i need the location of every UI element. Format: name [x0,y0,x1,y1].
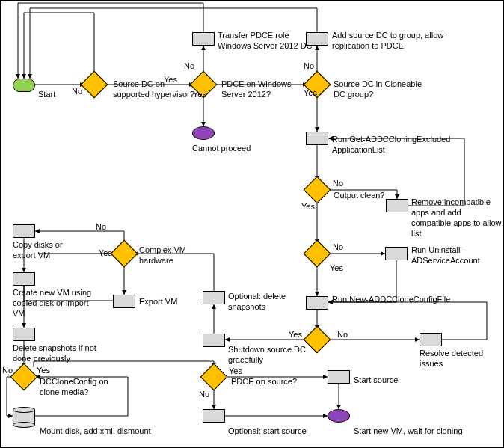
process-start-source [328,370,350,384]
process-optional-start [203,409,225,423]
yes-label-2: Yes [193,89,206,99]
start-node [13,79,35,92]
terminator-cannot-proceed [192,126,215,140]
yes-label-5: Yes [330,263,343,273]
start-label: Start [38,89,61,99]
decision-uninstall [304,240,331,268]
decision-pdce-source [200,363,228,391]
no-label-3: No [304,61,314,71]
uninstall-label: Run Uninstall-ADServiceAccount [411,245,504,266]
cannot-proceed-label: Cannot proceed [192,143,267,153]
yes-label-8: Yes [37,365,50,375]
process-remove-apps [386,199,408,212]
no-label-2: No [184,61,194,71]
data-mount-disk [13,409,35,426]
pdce-label: PDCE on Windows Server 2012? [221,79,304,99]
decision-dccloneconfig [10,363,38,391]
shutdown-label: Shutdown source DC gracefully [228,344,318,365]
decision-complex-vm [111,240,138,268]
decision-hypervisor [81,71,108,99]
yes-label-3: Yes [304,88,317,98]
optsnap-label: Optional: delete snapshots [228,291,310,312]
no-label-7: No [96,221,106,232]
addsource-label: Add source DC to group, allow replicatio… [332,30,444,51]
process-add-source [306,32,328,46]
yes-label-6: Yes [289,329,302,340]
process-export-vm [113,295,135,308]
resolve-label: Resolve detected issues [420,348,502,369]
process-copy-disks [13,224,35,238]
no-label-5: No [333,242,343,252]
optstart-label: Optional: start source [228,426,325,436]
createvm-label: Create new VM using copied disk or impor… [13,287,95,319]
transfer-label: Transfer PDCE role Windows Server 2012 D… [218,30,315,51]
startsrc-label: Start source [354,375,414,385]
process-transfer-pdce [192,32,215,46]
pdcesrc-label: PDCE on source? [231,376,313,387]
yes-label-4: Yes [301,201,315,212]
yes-label: Yes [164,74,177,85]
dccloneconfig-label: DCCloneConfig on clone media? [40,376,122,397]
no-label-8: No [2,365,13,375]
process-run-uninstall [385,247,408,260]
yes-label-7: Yes [99,248,112,258]
hypervisor-label: Source DC on supported hypervisor? [113,79,195,99]
flowchart-diagram: Start No Source DC on supported hypervis… [0,0,504,448]
no-label-6: No [337,329,348,340]
removeapps-label: Remove incompatible apps and add compati… [411,197,503,239]
copy-label: Copy disks or export VM [13,239,73,260]
decision-output-clean [304,177,331,204]
process-resolve [420,333,442,346]
no-label-4: No [333,178,343,188]
excluded-label: Run Get-ADDCCloningExcluded ApplicationL… [332,134,452,155]
process-shutdown [203,334,225,347]
complex-label: Complex VM hardware [139,245,199,266]
process-create-vm [13,272,35,286]
no-label: No [72,86,82,96]
wait-label: Start new VM, wait for cloning [354,426,488,436]
newconfig-label: Run New-ADDCCloneConfigFile [332,294,459,304]
mount-label: Mount disk, add xml, dismount [40,426,159,436]
export-label: Export VM [139,296,188,307]
no-label-9: No [199,389,209,399]
process-optional-snapshots [203,291,225,304]
process-delete-snapshots [13,328,35,341]
terminator-wait-cloning [328,409,350,423]
delsnap-label: Delete snapshots if not done previously [13,343,102,363]
yes-label-9: Yes [229,366,242,376]
process-run-excluded [306,132,328,145]
cloneable-label: Source DC in Cloneable DC group? [334,79,431,99]
